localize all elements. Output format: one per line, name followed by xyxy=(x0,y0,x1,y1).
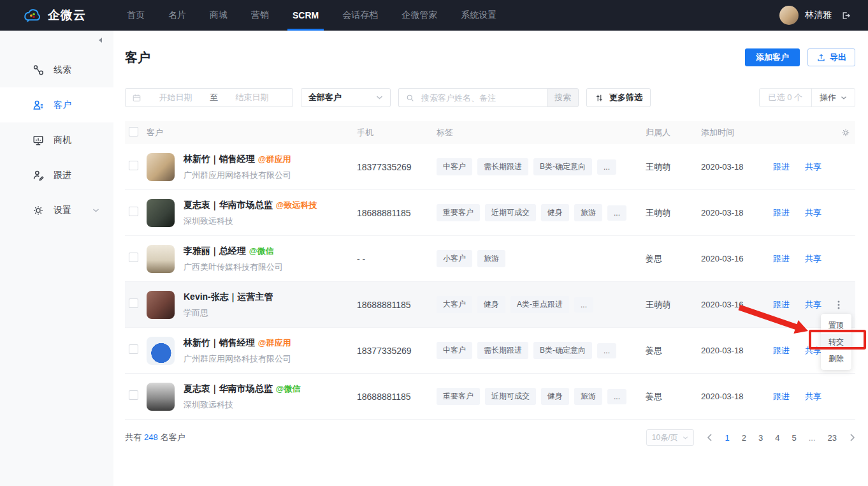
tag-pill: 重要客户 xyxy=(437,388,480,405)
follow-link[interactable]: 跟进 xyxy=(773,299,790,311)
page-size-select[interactable]: 10条/页 xyxy=(646,429,694,446)
customer-name: 林新竹｜销售经理@群应用 xyxy=(184,154,291,164)
customer-type-select[interactable]: 全部客户 xyxy=(301,88,391,107)
tag-pill: ... xyxy=(597,343,616,358)
sidebar-item-customers[interactable]: 客户 xyxy=(0,87,113,122)
row-checkbox[interactable] xyxy=(129,161,138,170)
user-avatar[interactable] xyxy=(779,6,799,25)
customer-added-date: 2020-03-18 xyxy=(701,208,773,217)
actions-dropdown[interactable]: 操作 xyxy=(812,89,855,107)
sidebar-collapse-icon[interactable] xyxy=(98,37,103,43)
tag-pill: 大客户 xyxy=(437,296,472,313)
customer-name: Kevin-张志｜运营主管 xyxy=(184,291,277,302)
total-count: 共有248名客户 xyxy=(125,432,185,443)
opportunity-icon xyxy=(32,134,45,147)
customer-name: 林新竹｜销售经理@群应用 xyxy=(184,337,291,348)
tag-pill: A类-重点跟进 xyxy=(510,296,569,313)
page-number[interactable]: 1 xyxy=(725,433,730,443)
column-header-phone: 手机 xyxy=(357,127,437,138)
share-link[interactable]: 共享 xyxy=(805,253,821,265)
tag-pill: 旅游 xyxy=(477,250,505,267)
calendar-icon xyxy=(132,93,141,103)
prev-page-icon[interactable] xyxy=(707,434,712,441)
search-input[interactable] xyxy=(420,92,540,103)
sidebar-item-label: 设置 xyxy=(54,205,71,216)
tag-pill: 旅游 xyxy=(574,388,602,405)
table-row: 李雅丽｜总经理@微信 广西美叶传媒科技有限公司 - - 小客户旅游 姜思 202… xyxy=(125,236,855,282)
select-all-checkbox[interactable] xyxy=(129,127,138,136)
follow-link[interactable]: 跟进 xyxy=(773,161,790,173)
customer-phone: 18377335269 xyxy=(357,346,437,356)
export-button[interactable]: 导出 xyxy=(807,48,855,66)
nav-item[interactable]: 系统设置 xyxy=(458,0,500,31)
page-number[interactable]: ... xyxy=(809,433,816,443)
context-menu-item[interactable]: 删除 xyxy=(821,350,851,367)
column-settings-gear-icon[interactable] xyxy=(841,128,851,138)
main-menu: 首页名片商城营销SCRM会话存档企微管家系统设置 xyxy=(124,0,500,31)
add-customer-button[interactable]: 添加客户 xyxy=(745,48,800,66)
sidebar: 线索 客户 商机 xyxy=(0,31,113,486)
main-content: 客户 添加客户 导出 xyxy=(113,31,868,486)
row-checkbox[interactable] xyxy=(129,298,138,308)
tag-pill: 小客户 xyxy=(437,250,472,267)
more-filters-button[interactable]: 更多筛选 xyxy=(586,88,651,107)
nav-item[interactable]: 名片 xyxy=(165,0,189,31)
share-link[interactable]: 共享 xyxy=(805,161,821,173)
customer-tags: 重要客户近期可成交健身旅游... xyxy=(437,204,646,221)
page-number[interactable]: 5 xyxy=(792,433,796,443)
tag-pill: 健身 xyxy=(477,296,505,313)
follow-link[interactable]: 跟进 xyxy=(773,345,790,357)
nav-item[interactable]: 会话存档 xyxy=(339,0,381,31)
search-button[interactable]: 搜索 xyxy=(547,88,579,107)
date-range-picker[interactable]: 开始日期 至 结束日期 xyxy=(125,88,293,107)
column-header-owner: 归属人 xyxy=(646,127,701,138)
sidebar-item-label: 跟进 xyxy=(54,170,71,181)
row-checkbox[interactable] xyxy=(129,344,138,354)
filter-sliders-icon xyxy=(595,93,604,103)
share-link[interactable]: 共享 xyxy=(805,299,821,311)
row-checkbox[interactable] xyxy=(129,207,138,216)
share-link[interactable]: 共享 xyxy=(805,207,821,219)
search-field xyxy=(398,88,547,107)
share-link[interactable]: 共享 xyxy=(805,345,821,357)
table-body: 林新竹｜销售经理@群应用 广州群应用网络科技有限公司 18377335269 中… xyxy=(125,144,855,420)
tag-pill: ... xyxy=(574,297,593,313)
context-menu-item[interactable]: 置顶 xyxy=(821,317,851,334)
search-icon xyxy=(405,93,415,103)
top-nav: 企微云 首页名片商城营销SCRM会话存档企微管家系统设置 林清雅 xyxy=(0,0,868,31)
customer-company: 深圳致远科技 xyxy=(184,216,317,227)
sidebar-item-opportunities[interactable]: 商机 xyxy=(0,122,113,158)
sidebar-item-followups[interactable]: 跟进 xyxy=(0,158,113,193)
nav-item[interactable]: 营销 xyxy=(248,0,272,31)
column-header-tags: 标签 xyxy=(437,127,646,138)
tag-pill: 需长期跟进 xyxy=(477,342,528,359)
share-link[interactable]: 共享 xyxy=(805,391,821,402)
page-number[interactable]: 2 xyxy=(742,433,746,443)
customer-at-tag: @群应用 xyxy=(258,338,291,348)
customer-tags: 中客户需长期跟进B类-确定意向... xyxy=(437,342,646,359)
batch-actions: 已选 0 个 操作 xyxy=(759,88,855,107)
row-checkbox[interactable] xyxy=(129,390,138,400)
nav-item[interactable]: 商城 xyxy=(206,0,231,31)
context-menu-item[interactable]: 转交 xyxy=(821,334,851,350)
customer-at-tag: @致远科技 xyxy=(276,200,317,210)
nav-item[interactable]: SCRM xyxy=(289,0,322,31)
next-page-icon[interactable] xyxy=(850,434,855,441)
follow-link[interactable]: 跟进 xyxy=(773,207,790,219)
follow-link[interactable]: 跟进 xyxy=(773,391,790,402)
customer-owner: 王萌萌 xyxy=(646,207,701,219)
nav-item[interactable]: 企微管家 xyxy=(398,0,440,31)
sidebar-item-settings[interactable]: 设置 xyxy=(0,193,113,228)
logout-icon[interactable] xyxy=(841,10,851,21)
nav-item[interactable]: 首页 xyxy=(124,0,148,31)
customer-avatar xyxy=(147,245,175,273)
sidebar-item-leads[interactable]: 线索 xyxy=(0,52,113,87)
page-number[interactable]: 3 xyxy=(758,433,763,443)
page-number[interactable]: 23 xyxy=(828,433,837,443)
more-actions-icon[interactable] xyxy=(834,300,843,310)
row-checkbox[interactable] xyxy=(129,253,138,262)
page-number[interactable]: 4 xyxy=(775,433,779,443)
customer-company: 广西美叶传媒科技有限公司 xyxy=(184,261,283,273)
follow-link[interactable]: 跟进 xyxy=(773,253,790,265)
tag-pill: 需长期跟进 xyxy=(477,158,528,175)
